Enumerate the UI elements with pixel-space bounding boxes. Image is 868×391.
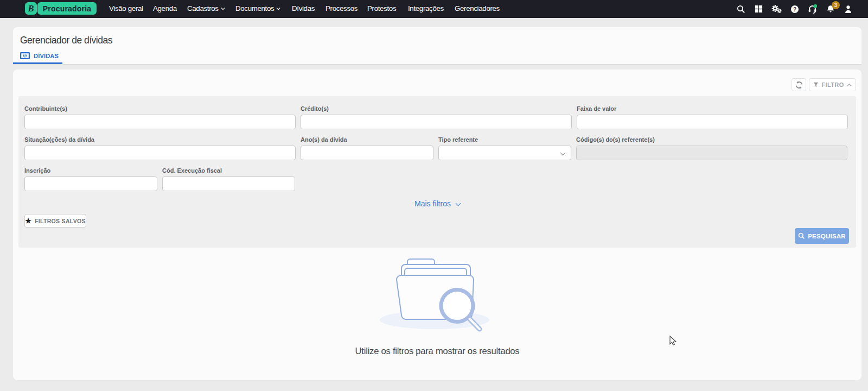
svg-text:$: $ (24, 54, 26, 58)
svg-text:?: ? (793, 6, 796, 12)
